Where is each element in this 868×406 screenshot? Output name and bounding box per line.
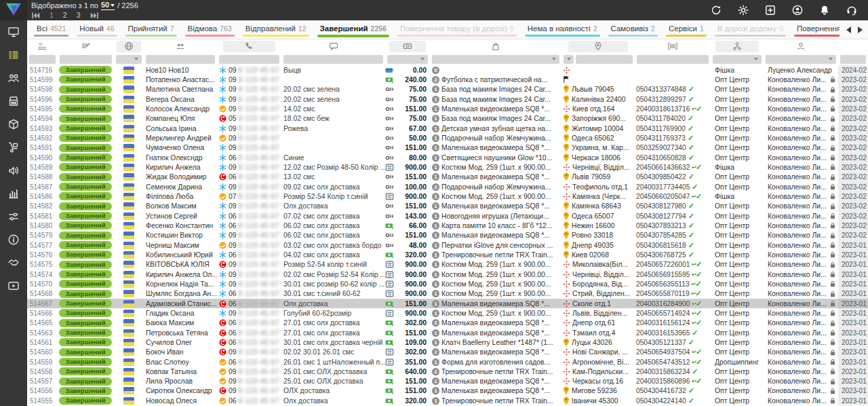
support-icon[interactable]	[846, 5, 857, 16]
tab-8[interactable]: Нема в наявності2	[521, 20, 604, 39]
page-number-1[interactable]: 1	[50, 11, 54, 20]
settings-icon[interactable]	[738, 5, 749, 16]
table-row[interactable]: 514580ЗавершенийФесенко Константин068 12…	[27, 221, 868, 230]
filter-input-phone[interactable]	[219, 55, 279, 64]
filter-input-id[interactable]	[29, 55, 56, 64]
table-row[interactable]: 514579ЗавершенийКостишин Виктор098 123 4…	[27, 231, 868, 240]
column-header-channel[interactable]	[711, 39, 764, 53]
column-header-client[interactable]	[144, 39, 217, 53]
filter-input-ttn[interactable]	[637, 55, 709, 64]
table-row[interactable]: 514588ЗавершенийЖидак Володимир068 123 4…	[27, 172, 868, 182]
column-header-comment[interactable]	[281, 39, 385, 53]
filter-input-payment[interactable]	[387, 55, 428, 64]
page-number-3[interactable]: 3	[77, 11, 81, 20]
table-row[interactable]: 514599ЗавершенийПотапенко Анастас...098 …	[27, 75, 868, 84]
tab-9[interactable]: Самовивіз2	[604, 20, 662, 39]
filter-input-product[interactable]	[432, 55, 559, 64]
refresh-icon[interactable]	[711, 5, 722, 16]
filter-input-comment[interactable]	[283, 55, 383, 64]
scroll-tabs-right-icon[interactable]	[858, 26, 863, 33]
table-row[interactable]: 514593ЗавершенийСольська Ірина098 123 45…	[27, 124, 868, 133]
table-row[interactable]: 514557ЗавершенийЛила Ярослав098 123 45 6…	[27, 377, 868, 386]
sidebar-item-automation[interactable]	[6, 211, 21, 225]
filter-input-manager[interactable]	[766, 55, 836, 64]
column-header-ttn[interactable]	[635, 39, 711, 53]
tab-5[interactable]: Відправлений12	[239, 20, 313, 39]
sidebar-item-orders[interactable]	[6, 50, 21, 63]
column-header-phone[interactable]	[217, 39, 281, 53]
table-row[interactable]: 514589ЗавершенийКирилич Анжела098 123 45…	[27, 162, 868, 172]
tab-11[interactable]: В дорозі додому0	[711, 20, 790, 39]
table-row[interactable]: 514560ЗавершенийБокоч Иван098 123 45 670…	[27, 348, 868, 357]
column-header-country[interactable]	[114, 39, 144, 53]
tab-2[interactable]: Новый46	[73, 20, 121, 39]
table-row[interactable]: 514576ЗавершенийКобилинський Юрий068 123…	[27, 250, 868, 259]
last-page-button[interactable]	[90, 12, 99, 20]
table-row[interactable]: 514568ЗавершенийШумляс Богдана Ан...068 …	[27, 289, 868, 299]
filter-input-date[interactable]	[840, 55, 866, 64]
table-row[interactable]: 514574ЗавершенийКирилич Анжела Ол...098 …	[27, 270, 868, 279]
sidebar-item-info[interactable]	[6, 234, 21, 248]
table-row[interactable]: 514587ЗавершенийСеменюк Дарина098 123 45…	[27, 182, 868, 191]
account-icon[interactable]	[792, 5, 803, 16]
table-row[interactable]: 514577ЗавершенийЧерниш Максим098 123 45 …	[27, 240, 868, 250]
app-logo[interactable]	[0, 0, 27, 20]
table-row[interactable]: 514575ЗавершенийКВІТОВСЬКА ЮЛІЯ098 123 4…	[27, 260, 868, 270]
filter-input-country[interactable]	[116, 55, 142, 64]
table-row[interactable]: 514596ЗавершенийВегера Оксана098 123 45 …	[27, 94, 868, 104]
sidebar-item-dashboard[interactable]	[6, 26, 21, 40]
table-row[interactable]: 514565ЗавершенийБаюка Максим068 123 45 6…	[27, 318, 868, 328]
sidebar-item-store[interactable]	[6, 96, 21, 109]
table-row[interactable]: 514592ЗавершенийМерклингер Андрей098 123…	[27, 133, 868, 143]
filter-input-delivery[interactable]	[576, 55, 633, 64]
tab-6[interactable]: Завершений2256	[313, 20, 393, 39]
column-header-delivery[interactable]	[561, 39, 635, 53]
sidebar-item-procurement[interactable]	[6, 142, 21, 155]
table-row[interactable]: 514594ЗавершенийКомпанец Юля058 123 45 6…	[27, 114, 868, 124]
filter-dropdown-delivery[interactable]	[564, 55, 574, 64]
table-row[interactable]: 514558ЗавершенийКовпак Татьяна098 123 45…	[27, 367, 868, 376]
tab-4[interactable]: Відмова763	[181, 20, 239, 39]
column-header-product[interactable]	[430, 39, 561, 53]
sidebar-item-tutorials[interactable]	[6, 280, 21, 294]
table-row[interactable]: 514716ЗавершенийНов10 Нов10098 123 45 67…	[27, 65, 868, 75]
filter-input-channel[interactable]	[713, 55, 762, 64]
sidebar-item-statistics[interactable]	[6, 188, 21, 202]
table-row[interactable]: 514581ЗавершенийУстинов Сергей068 123 45…	[27, 211, 868, 221]
table-row[interactable]: 514566ЗавершенийГладик Оксана098 123 45 …	[27, 308, 868, 318]
tab-3[interactable]: Прийнятий7	[121, 20, 181, 39]
page-size-dropdown[interactable]: 50	[101, 1, 115, 10]
column-header-date[interactable]	[838, 39, 868, 53]
column-header-manager[interactable]	[764, 39, 838, 53]
sidebar-item-clients[interactable]	[6, 73, 21, 86]
column-header-status[interactable]	[58, 39, 114, 53]
scroll-tabs-left-icon[interactable]	[846, 26, 851, 33]
table-row[interactable]: 514556ЗавершенийСиротюк Олександр098 123…	[27, 386, 868, 396]
notifications-icon[interactable]	[819, 5, 830, 16]
sidebar-item-partners[interactable]	[6, 257, 21, 271]
table-row[interactable]: 514561ЗавершенийСучилов Олег068 123 45 6…	[27, 337, 868, 347]
first-page-button[interactable]	[31, 12, 40, 20]
sidebar-item-marketing[interactable]	[6, 165, 21, 179]
table-row[interactable]: 514559ЗавершенийВлас Слотюу068 123 45 67…	[27, 357, 868, 367]
sidebar-item-products[interactable]	[6, 119, 21, 132]
table-row[interactable]: 514570ЗавершенийКорнелюк Надія Та...098 …	[27, 279, 868, 289]
filter-input-client[interactable]	[146, 55, 215, 64]
table-row[interactable]: 514598ЗавершенийМалютина Светлана098 123…	[27, 85, 868, 94]
table-row[interactable]: 514567ЗавершенийАдамовский Станис...068 …	[27, 299, 868, 308]
table-row[interactable]: 514590ЗавершенийГнатюк Олексндр068 123 4…	[27, 153, 868, 162]
tab-1[interactable]: Всі4521	[30, 20, 73, 39]
add-icon[interactable]	[765, 5, 776, 16]
tab-10[interactable]: Сервіси1	[662, 20, 711, 39]
page-number-2[interactable]: 2	[63, 11, 67, 20]
tab-7[interactable]: Повернення товару (в дорозі)0	[393, 20, 521, 39]
table-row[interactable]: 514582ЗавершенийВолков Максим098 123 45 …	[27, 202, 868, 211]
table-row[interactable]: 514595ЗавершенийКолосок Александр098 123…	[27, 104, 868, 113]
table-row[interactable]: 514586ЗавершенийФіліпова Люба078 123 45 …	[27, 191, 868, 201]
column-header-id[interactable]: ID	[27, 39, 58, 53]
table-row[interactable]: 514555ЗавершенийНовосад Олеся068 123 45 …	[27, 396, 868, 405]
table-row[interactable]: 514563ЗавершенийПетровська Тетяна068 123…	[27, 328, 868, 337]
table-row[interactable]: 514591ЗавершенийЧумаченко Олена098 123 4…	[27, 143, 868, 153]
filter-input-status[interactable]	[60, 55, 112, 64]
column-header-payment[interactable]	[385, 39, 430, 53]
